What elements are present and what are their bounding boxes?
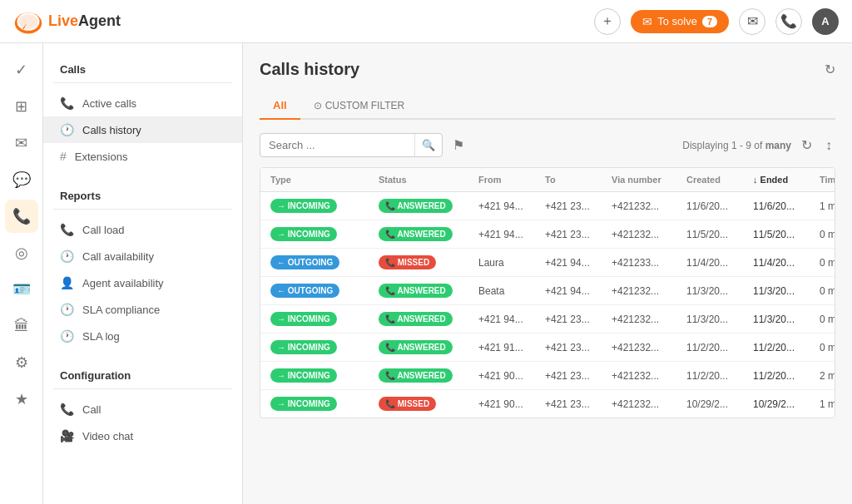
table-row: → INCOMING 📞 ANSWERED +421 90... +421 23… [260, 362, 835, 390]
sidebar-item-call-availability[interactable]: 🕐 Call availability [43, 243, 242, 269]
td-from: +421 90... [478, 398, 545, 410]
icon-sidebar: ✓ ⊞ ✉ 💬 📞 ◎ 🪪 🏛 ⚙ ★ [0, 43, 43, 504]
sidebar-icon-phone[interactable]: 📞 [5, 200, 38, 233]
td-from: +421 91... [478, 342, 545, 353]
sort-button[interactable]: ↕ [822, 135, 835, 156]
td-ended: 10/29/2... [753, 398, 820, 410]
td-via: +421232... [612, 342, 686, 353]
badge-incoming: → INCOMING [270, 199, 337, 213]
add-button[interactable]: ＋ [594, 8, 621, 35]
table-row: → INCOMING 📞 ANSWERED +421 94... +421 23… [260, 220, 835, 249]
refresh-button[interactable]: ↻ [825, 62, 835, 77]
top-header: LiveAgent ＋ ✉ To solve 7 ✉ 📞 A [0, 0, 852, 43]
td-created: 11/4/20... [686, 257, 753, 269]
td-from: +421 94... [478, 200, 545, 212]
clock-icon-2: 🕐 [60, 250, 74, 263]
sidebar-icon-chat[interactable]: 💬 [5, 163, 38, 196]
th-to: To [545, 175, 612, 185]
table-row: → INCOMING 📞 ANSWERED +421 94... +421 23… [260, 192, 835, 220]
notifications-button[interactable]: ✉ [739, 8, 765, 35]
search-box: 🔍 [260, 133, 443, 157]
td-created: 11/3/20... [686, 285, 753, 297]
sidebar-icon-check[interactable]: ✓ [5, 53, 38, 86]
td-via: +421232... [612, 314, 686, 325]
search-icon-btn[interactable]: 🔍 [414, 134, 442, 156]
to-solve-badge: 7 [702, 16, 717, 27]
tabs-bar: All ⊙ CUSTOM FILTER [260, 92, 835, 120]
sidebar-item-extensions[interactable]: # Extensions [43, 143, 242, 170]
th-via: Via number [612, 175, 686, 185]
sidebar-icon-circle[interactable]: ◎ [5, 236, 38, 269]
badge-answered: 📞 ANSWERED [379, 368, 453, 383]
td-via: +421232... [612, 229, 686, 240]
search-row: 🔍 ⚑ Displaying 1 - 9 of many ↻ ↕ [260, 133, 835, 157]
td-type: → INCOMING [270, 368, 379, 383]
badge-incoming: → INCOMING [270, 340, 337, 354]
td-status: 📞 ANSWERED [379, 284, 478, 298]
sidebar-item-agent-availability[interactable]: 👤 Agent availability [43, 269, 242, 296]
td-ended: 11/6/20... [753, 200, 820, 212]
tab-all[interactable]: All [260, 92, 300, 120]
td-from: Laura [478, 257, 545, 269]
sidebar-icon-settings[interactable]: ⚙ [5, 346, 38, 379]
table-row: ← OUTGOING 📞 MISSED Laura +421 94... +42… [260, 249, 835, 277]
td-ended: 11/3/20... [753, 285, 820, 297]
search-input[interactable] [260, 134, 414, 156]
td-to: +421 23... [545, 398, 612, 410]
td-ended: 11/2/20... [753, 342, 820, 353]
td-to: +421 23... [545, 370, 612, 382]
sidebar-item-call-load[interactable]: 📞 Call load [43, 216, 242, 243]
td-ended: 11/2/20... [753, 370, 820, 382]
td-status: 📞 ANSWERED [379, 227, 478, 241]
phone-icon: 📞 [60, 96, 74, 110]
td-to: +421 23... [545, 314, 612, 325]
logo: LiveAgent [13, 7, 121, 37]
td-type: ← OUTGOING [270, 255, 379, 269]
table-refresh-button[interactable]: ↻ [798, 134, 815, 156]
sidebar-icon-envelope[interactable]: ✉ [5, 126, 38, 160]
td-time: 0 mins [820, 314, 835, 325]
table-row: ← OUTGOING 📞 ANSWERED Beata +421 94... +… [260, 277, 835, 305]
svg-point-2 [18, 14, 37, 29]
sidebar-item-video-chat[interactable]: 🎥 Video chat [43, 422, 242, 449]
tab-custom-filter[interactable]: ⊙ CUSTOM FILTER [300, 93, 419, 120]
th-from: From [478, 175, 545, 185]
sla-clock-icon: 🕐 [60, 303, 74, 316]
sidebar-item-call-config[interactable]: 📞 Call [43, 396, 242, 422]
sla-log-icon: 🕐 [60, 329, 74, 343]
phone-header-button[interactable]: 📞 [775, 8, 802, 35]
hash-icon: # [60, 150, 67, 163]
td-via: +421232... [612, 398, 686, 410]
td-via: +421232... [612, 200, 686, 212]
sidebar-item-active-calls[interactable]: 📞 Active calls [43, 90, 242, 116]
flag-button[interactable]: ⚑ [449, 134, 468, 156]
sidebar-item-sla-compliance[interactable]: 🕐 SLA compliance [43, 296, 242, 323]
th-created: Created [686, 175, 753, 185]
sidebar-icon-star[interactable]: ★ [5, 383, 38, 416]
table-row: → INCOMING 📞 ANSWERED +421 94... +421 23… [260, 305, 835, 334]
td-from: +421 94... [478, 229, 545, 240]
td-via: +421233... [612, 257, 686, 269]
td-ended: 11/4/20... [753, 257, 820, 269]
td-status: 📞 ANSWERED [379, 312, 478, 326]
to-solve-button[interactable]: ✉ To solve 7 [631, 10, 729, 33]
td-ended: 11/5/20... [753, 229, 820, 240]
td-to: +421 23... [545, 229, 612, 240]
clock-icon: 🕐 [60, 123, 74, 136]
sidebar-icon-grid[interactable]: ⊞ [5, 90, 38, 123]
sidebar-icon-id[interactable]: 🪪 [5, 273, 38, 306]
td-from: Beata [478, 285, 545, 297]
td-type: ← OUTGOING [270, 284, 379, 298]
td-created: 11/3/20... [686, 314, 753, 325]
call-config-icon: 📞 [60, 403, 74, 416]
sidebar-item-sla-log[interactable]: 🕐 SLA log [43, 323, 242, 349]
sidebar-icon-building[interactable]: 🏛 [5, 309, 38, 343]
th-ended[interactable]: ↓ Ended [753, 175, 820, 185]
badge-answered: 📞 ANSWERED [379, 312, 453, 326]
badge-answered: 📞 ANSWERED [379, 340, 453, 354]
user-avatar[interactable]: A [812, 8, 839, 35]
badge-outgoing: ← OUTGOING [270, 255, 339, 269]
sidebar-item-calls-history[interactable]: 🕐 Calls history [43, 116, 242, 143]
td-time: 0 mins [820, 257, 835, 269]
td-time: 1 mins [820, 200, 835, 212]
